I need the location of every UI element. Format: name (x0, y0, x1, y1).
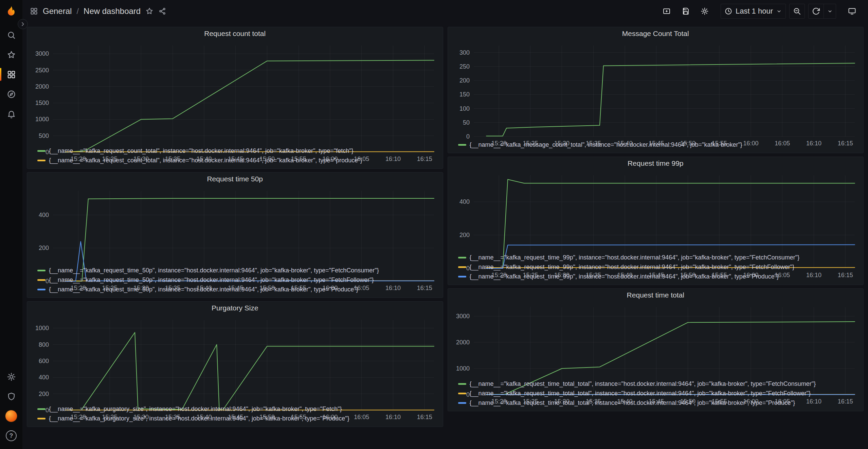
panel-chart-area[interactable]: 15:2015:2515:3015:3515:4015:4515:5015:55… (27, 315, 443, 403)
alerting-icon[interactable] (0, 104, 22, 124)
panel-request-time-total: Request time total 15:2015:2515:3015:351… (448, 288, 864, 411)
dashboards-icon[interactable] (0, 65, 22, 84)
user-avatar[interactable] (0, 406, 22, 426)
legend-item[interactable]: {__name__="kafka_request_time_50p", inst… (37, 275, 438, 285)
legend-item[interactable]: {__name__="kafka_request_time_total_tota… (458, 389, 859, 398)
legend-item[interactable]: {__name__="kafka_request_time_99p", inst… (458, 272, 859, 281)
header-toolbar: Last 1 hour (659, 4, 860, 19)
dashboard-settings-button[interactable] (697, 4, 712, 19)
avatar (5, 410, 17, 422)
panel-message-count-total: Message Count Total 15:2015:2515:3015:35… (448, 27, 864, 153)
zoom-out-button[interactable] (789, 4, 805, 19)
legend-item[interactable]: {__name__="kafka_request_time_99p", inst… (458, 262, 859, 272)
svg-text:100: 100 (459, 105, 469, 112)
svg-text:1000: 1000 (456, 365, 469, 372)
sidebar-expand-button[interactable] (18, 19, 28, 29)
time-range-picker[interactable]: Last 1 hour (721, 4, 786, 19)
legend-series-label: {__name__="kafka_request_time_total_tota… (470, 399, 795, 407)
legend-series-label: {__name__="kafka_message_count_total", i… (470, 141, 742, 148)
legend-item[interactable]: {__name__="kafka_request_time_total_tota… (458, 379, 859, 389)
time-series-chart: 15:2015:2515:3015:3515:4015:4515:5015:55… (32, 185, 438, 265)
clock-icon (724, 7, 733, 15)
svg-text:400: 400 (39, 374, 49, 381)
legend-item[interactable]: {__name__="kafka_purgatory_size", instan… (37, 404, 438, 414)
explore-icon[interactable] (0, 84, 22, 104)
panel-title[interactable]: Request time total (448, 289, 864, 302)
panel-title[interactable]: Request time 50p (27, 173, 443, 185)
svg-text:400: 400 (459, 198, 469, 205)
server-admin-icon[interactable] (0, 387, 22, 406)
configuration-icon[interactable] (0, 367, 22, 387)
legend-series-label: {__name__="kafka_request_time_99p", inst… (470, 264, 795, 271)
refresh-button[interactable] (808, 4, 824, 19)
svg-text:400: 400 (39, 212, 49, 218)
panel-request-time-50p: Request time 50p 15:2015:2515:3015:3515:… (27, 172, 443, 298)
dashboard-column-right: Message Count Total 15:2015:2515:3015:35… (448, 27, 864, 411)
legend-series-label: {__name__="kafka_purgatory_size", instan… (49, 415, 349, 422)
svg-text:1500: 1500 (35, 100, 49, 106)
legend-series-color (458, 402, 466, 404)
breadcrumb-dashboard-title[interactable]: New dashboard (84, 6, 141, 16)
time-range-label: Last 1 hour (736, 7, 773, 16)
panel-legend: {__name__="kafka_message_count_total", i… (448, 139, 864, 150)
legend-series-color (37, 279, 46, 281)
chevron-down-icon (776, 8, 782, 14)
panel-title-text: Purgatory Size (212, 304, 258, 312)
save-dashboard-button[interactable] (678, 4, 693, 19)
legend-series-label: {__name__="kafka_purgatory_size", instan… (49, 406, 342, 413)
help-glyph: ? (6, 430, 17, 441)
legend-series-label: {__name__="kafka_request_time_50p", inst… (49, 286, 358, 293)
panel-chart-area[interactable]: 15:2015:2515:3015:3515:4015:4515:5015:55… (448, 170, 864, 252)
panel-purgatory-size: Purgatory Size 15:2015:2515:3015:3515:40… (27, 301, 443, 427)
time-series-chart: 15:2015:2515:3015:3515:4015:4515:5015:55… (453, 302, 859, 378)
share-dashboard-icon[interactable] (158, 7, 166, 15)
panel-title[interactable]: Request time 99p (448, 157, 864, 170)
panel-title[interactable]: Request count total (27, 27, 443, 40)
legend-series-label: {__name__="kafka_request_time_99p", inst… (470, 273, 779, 280)
panel-chart-area[interactable]: 15:2015:2515:3015:3515:4015:4515:5015:55… (448, 40, 864, 139)
legend-series-color (458, 383, 466, 385)
grafana-logo[interactable] (4, 4, 18, 18)
panel-title[interactable]: Message Count Total (448, 27, 864, 40)
legend-item[interactable]: {__name__="kafka_message_count_total", i… (458, 140, 859, 149)
panel-title-text: Request time 99p (628, 159, 684, 167)
legend-item[interactable]: {__name__="kafka_request_time_50p", inst… (37, 285, 438, 294)
svg-text:200: 200 (39, 391, 49, 397)
panel-chart-area[interactable]: 15:2015:2515:3015:3515:4015:4515:5015:55… (27, 185, 443, 265)
legend-item[interactable]: {__name__="kafka_request_time_total_tota… (458, 398, 859, 408)
svg-text:500: 500 (39, 132, 49, 139)
legend-series-label: {__name__="kafka_request_time_total_tota… (470, 390, 811, 397)
legend-series-label: {__name__="kafka_request_count_total", i… (49, 147, 354, 155)
star-dashboard-icon[interactable] (145, 7, 153, 15)
panel-title[interactable]: Purgatory Size (27, 302, 443, 315)
svg-text:200: 200 (459, 77, 469, 84)
cycle-view-mode-button[interactable] (844, 4, 860, 19)
panel-legend: {__name__="kafka_request_time_total_tota… (448, 378, 864, 408)
legend-item[interactable]: {__name__="kafka_request_count_total", i… (37, 156, 438, 165)
legend-series-color (37, 289, 46, 290)
panel-chart-area[interactable]: 15:2015:2515:3015:3515:4015:4515:5015:55… (448, 302, 864, 378)
breadcrumb-folder[interactable]: General (43, 6, 72, 16)
panel-request-count-total: Request count total 15:2015:2515:3015:35… (27, 27, 443, 169)
svg-text:0: 0 (466, 133, 469, 140)
legend-series-color (37, 408, 46, 410)
legend-item[interactable]: {__name__="kafka_request_count_total", i… (37, 146, 438, 156)
time-series-chart: 15:2015:2515:3015:3515:4015:4515:5015:55… (32, 40, 438, 145)
search-icon[interactable] (0, 25, 22, 45)
time-series-chart: 15:2015:2515:3015:3515:4015:4515:5015:55… (453, 170, 859, 252)
dashboard-header: General / New dashboard (22, 0, 868, 22)
legend-item[interactable]: {__name__="kafka_request_time_99p", inst… (458, 253, 859, 262)
panel-legend: {__name__="kafka_request_time_50p", inst… (27, 265, 443, 295)
starred-icon[interactable] (0, 45, 22, 65)
svg-text:2000: 2000 (456, 339, 469, 346)
legend-item[interactable]: {__name__="kafka_purgatory_size", instan… (37, 414, 438, 423)
svg-text:600: 600 (39, 358, 49, 364)
refresh-interval-dropdown[interactable] (824, 4, 836, 19)
panel-chart-area[interactable]: 15:2015:2515:3015:3515:4015:4515:5015:55… (27, 40, 443, 145)
legend-series-color (458, 144, 466, 146)
legend-item[interactable]: {__name__="kafka_request_time_50p", inst… (37, 266, 438, 275)
help-icon[interactable]: ? (0, 426, 22, 446)
legend-series-color (458, 276, 466, 277)
add-panel-button[interactable] (659, 4, 674, 19)
panel-title-text: Request time total (627, 291, 684, 299)
